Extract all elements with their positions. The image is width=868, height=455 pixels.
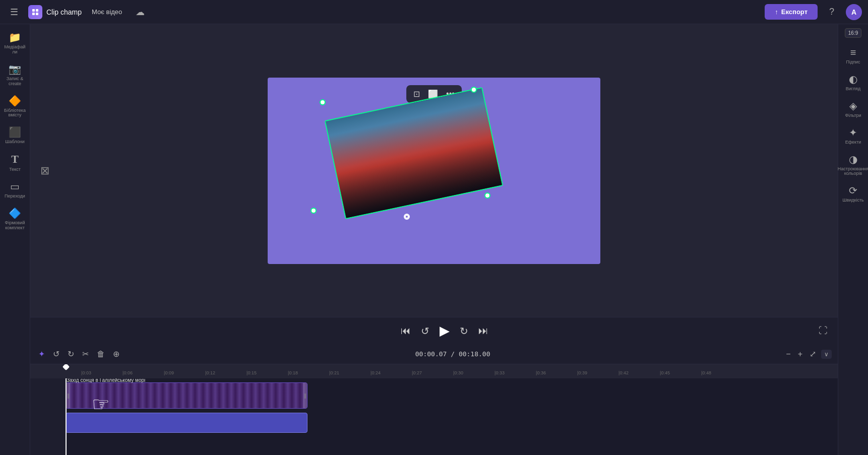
track-handle-left[interactable]: ‖ <box>66 383 70 408</box>
timeline-time-display: 00:00.07 / 00:18.00 <box>415 350 490 358</box>
right-sidebar-podpysy-label: Підпис <box>846 60 860 65</box>
zoom-in-button[interactable]: + <box>796 348 804 361</box>
sidebar-item-templates[interactable]: ⬛ Шаблони <box>2 123 28 148</box>
svg-rect-0 <box>32 9 35 12</box>
timeline-zoom: − + ⤢ ∨ <box>784 347 832 361</box>
svg-rect-2 <box>32 13 35 15</box>
skip-forward-button[interactable]: ⏭ <box>478 325 488 337</box>
header-right: ↑ Експорт ? A <box>765 4 862 20</box>
timeline-ruler: |0:03 |0:06 |0:09 |0:12 |0:15 <box>30 364 838 378</box>
handle-top-left[interactable] <box>320 99 326 105</box>
upload-icon: ↑ <box>775 8 778 16</box>
snap-icon: ✦ <box>38 350 45 358</box>
track-handle-right[interactable]: ‖ <box>303 383 307 408</box>
sidebar-item-media-label: Медіафайли <box>4 45 26 55</box>
templates-icon: ⬛ <box>9 126 21 138</box>
skip-forward-icon: ⏭ <box>478 325 488 336</box>
sidebar-item-text-label: Текст <box>9 167 21 172</box>
sidebar-item-brand[interactable]: 🔷 Фірмовий комплект <box>2 204 28 234</box>
timeline-collapse-button[interactable]: ∨ <box>821 350 832 359</box>
timeline-playhead-line <box>66 378 67 455</box>
zoom-in-icon: + <box>798 350 802 358</box>
left-sidebar: 📁 Медіафайли 📷 Запис &create 🔶 Бібліотек… <box>0 24 30 455</box>
playback-bar: ⏮ ↺ ▶ ↻ ⏭ ⛶ <box>30 317 838 344</box>
cloud-icon-button[interactable]: ☁ <box>132 4 148 20</box>
right-sidebar-item-efekty[interactable]: ✦ Ефекти <box>840 123 866 148</box>
ruler-mark-8: |0:27 <box>396 370 438 376</box>
handle-bottom-right[interactable] <box>484 192 490 199</box>
track-label-area <box>30 378 66 455</box>
speed-icon: ⟳ <box>849 184 857 197</box>
crop-button[interactable]: ⊡ <box>410 87 423 101</box>
sidebar-item-brand-label: Фірмовий комплект <box>4 221 26 231</box>
clip-label: Захід сонця в Галілейському морі <box>67 378 145 383</box>
playback-center: ⏮ ↺ ▶ ↻ ⏭ <box>401 323 488 339</box>
cut-icon: ✂ <box>82 350 89 358</box>
right-sidebar-vyglyad-label: Вигляд <box>846 87 861 92</box>
ruler-mark-0: |0:03 <box>66 370 107 376</box>
svg-rect-3 <box>36 13 38 15</box>
add-media-button[interactable]: ⊕ <box>111 347 121 361</box>
ruler-mark-6: |0:21 <box>314 370 355 376</box>
sidebar-item-text[interactable]: T Текст <box>2 150 28 175</box>
ruler-mark-3: |0:12 <box>190 370 231 376</box>
my-videos-button[interactable]: Моє відео <box>88 6 126 18</box>
rewind-button[interactable]: ↺ <box>421 325 429 337</box>
export-button[interactable]: ↑ Експорт <box>765 4 818 20</box>
timeline-tools-left: ✦ ↺ ↻ ✂ 🗑 ⊕ <box>36 347 121 361</box>
cut-button[interactable]: ✂ <box>80 347 91 361</box>
right-sidebar-color-label: Настроювання кольорів <box>838 167 868 177</box>
ruler-marks: |0:03 |0:06 |0:09 |0:12 |0:15 <box>30 370 727 376</box>
zoom-out-button[interactable]: − <box>784 348 792 361</box>
redo-button[interactable]: ↻ <box>66 347 76 361</box>
play-button[interactable]: ▶ <box>440 323 450 339</box>
sidebar-item-transitions-label: Переходи <box>5 194 25 199</box>
undo-button[interactable]: ↺ <box>51 347 61 361</box>
caption-button[interactable]: ⊠ <box>40 164 49 177</box>
ruler-mark-9: |0:30 <box>438 370 479 376</box>
right-sidebar-item-color[interactable]: ◑ Настроювання кольорів <box>840 150 866 180</box>
aspect-ratio-button[interactable]: 16:9 <box>845 28 861 38</box>
ruler-mark-1: |0:06 <box>107 370 148 376</box>
video-thumbnail <box>325 87 504 219</box>
ruler-mark-12: |0:39 <box>562 370 603 376</box>
avatar-button[interactable]: A <box>846 4 862 20</box>
handle-bottom-left[interactable] <box>311 208 317 214</box>
preview-area: ⊠ ⊡ ⬜ ••• <box>30 24 838 317</box>
fit-to-window-button[interactable]: ⤢ <box>808 347 818 361</box>
video-track[interactable]: ‖ ‖ <box>66 382 307 409</box>
timeline-toolbar: ✦ ↺ ↻ ✂ 🗑 ⊕ <box>30 344 838 364</box>
transitions-icon: ▭ <box>10 180 20 192</box>
add-media-icon: ⊕ <box>113 350 119 358</box>
appearance-icon: ◐ <box>849 73 857 85</box>
right-sidebar-item-filtry[interactable]: ◈ Фільтри <box>840 97 866 121</box>
audio-track[interactable] <box>66 413 307 433</box>
skip-back-button[interactable]: ⏮ <box>401 325 411 337</box>
sidebar-item-record[interactable]: 📷 Запис &create <box>2 60 28 90</box>
playhead-diamond <box>63 364 70 370</box>
sidebar-item-transitions[interactable]: ▭ Переходи <box>2 177 28 202</box>
skip-back-icon: ⏮ <box>401 325 411 336</box>
fast-forward-button[interactable]: ↻ <box>460 325 468 337</box>
help-icon: ? <box>829 7 834 17</box>
right-sidebar-item-vyglyad[interactable]: ◐ Вигляд <box>840 70 866 95</box>
handle-top-right[interactable] <box>471 87 477 93</box>
hamburger-icon: ☰ <box>10 7 18 18</box>
help-button[interactable]: ? <box>824 4 840 20</box>
delete-button[interactable]: 🗑 <box>95 348 107 361</box>
sidebar-item-library[interactable]: 🔶 Бібліотека вмісту <box>2 92 28 121</box>
snap-button[interactable]: ✦ <box>36 347 47 361</box>
effects-icon: ✦ <box>849 126 857 139</box>
sidebar-item-library-label: Бібліотека вмісту <box>4 108 26 118</box>
handle-rotate[interactable] <box>404 214 410 220</box>
right-sidebar-item-podpysy[interactable]: ≡ Підпис <box>840 44 866 68</box>
right-sidebar-item-speed[interactable]: ⟳ Швидкість <box>840 181 866 206</box>
hamburger-button[interactable]: ☰ <box>6 4 22 20</box>
timeline-tracks: Захід сонця в Галілейському морі ‖ ‖ ☞ <box>30 378 838 455</box>
ruler-mark-14: |0:45 <box>644 370 686 376</box>
text-icon: T <box>11 153 19 166</box>
svg-rect-1 <box>36 9 38 12</box>
fullscreen-button[interactable]: ⛶ <box>819 326 828 336</box>
sidebar-item-media[interactable]: 📁 Медіафайли <box>2 28 28 58</box>
app-title: Clip champ <box>46 8 82 16</box>
